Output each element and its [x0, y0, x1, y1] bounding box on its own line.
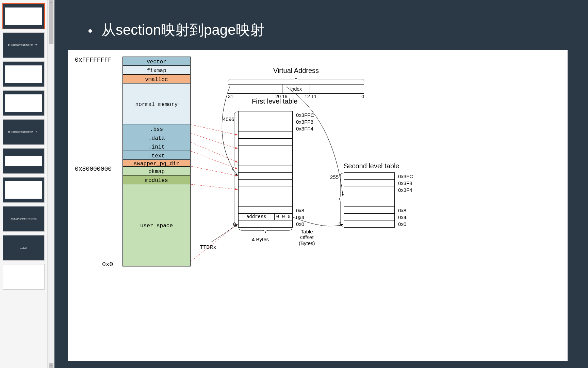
slt-off: 0x3FC [398, 173, 413, 179]
slide-thumb-7[interactable] [3, 177, 45, 203]
thumbnail-scrollbar[interactable]: ▴ ▾ [48, 0, 54, 368]
mem-swapper_pg_dir: swapper_pg_dir [123, 160, 190, 167]
slide-canvas: 从section映射到page映射 0xFFFFFFFF 0x80000000 … [54, 0, 588, 368]
slide-thumbnail-panel[interactable]: 24 二级页表的创建过程分析（中） 25 二级页表的创建过程分析（下） 26 虚… [0, 0, 48, 368]
slt-title: Second level table [344, 162, 399, 170]
slide-thumb-4[interactable] [3, 90, 45, 116]
flt-title: First level table [252, 97, 298, 105]
first-level-table: address0 0 0 [238, 111, 293, 228]
va-seg-0 [228, 85, 282, 93]
flt-off: 0x3FFC [296, 112, 314, 118]
mem-vmalloc: vmalloc [123, 75, 190, 83]
addr-bottom: 0x0 [102, 261, 113, 268]
thumb-label: 26 虚拟内存管理：vmalloc区 [11, 217, 37, 220]
svg-line-0 [191, 125, 238, 135]
flt-off: 0x0 [296, 221, 304, 227]
mem-vector: vector [123, 57, 190, 66]
svg-line-2 [191, 142, 238, 162]
bracket-icon [228, 78, 364, 82]
slide-thumb-1[interactable] [3, 3, 45, 29]
mem--data: .data [123, 133, 190, 142]
scroll-thumb[interactable] [49, 3, 53, 44]
second-level-table [344, 172, 395, 228]
va-seg-index: Index [282, 85, 310, 93]
mem--text: .text [123, 151, 190, 160]
memory-diagram: 0xFFFFFFFF 0x80000000 0x0 vectorfixmapvm… [68, 50, 568, 361]
slide-thumb-5[interactable]: 25 二级页表的创建过程分析（下） [3, 119, 45, 145]
slt-off: 0x4 [398, 214, 406, 220]
mem-normal-memory: normal memory [123, 83, 190, 124]
addr-mid: 0x80000000 [75, 166, 112, 172]
slide-thumb-2[interactable]: 24 二级页表的创建过程分析（中） [3, 32, 45, 58]
virtual-address-box: Virtual Address Index 31 20 19 12 11 0 [228, 67, 364, 99]
flt-bytes: 4 Bytes [252, 236, 269, 242]
svg-line-4 [191, 166, 238, 176]
title-text: 从section映射到page映射 [101, 22, 264, 38]
slt-off: 0x3F8 [398, 180, 412, 186]
thumb-label: vmalloc区 [20, 247, 28, 249]
va-title: Virtual Address [228, 67, 364, 75]
memory-map-column: vectorfixmapvmallocnormal memory.bss.dat… [122, 57, 191, 266]
svg-line-3 [191, 151, 238, 169]
slide-title: 从section映射到page映射 [88, 20, 574, 40]
thumb-label: 25 二级页表的创建过程分析（下） [8, 131, 39, 134]
flt-count: 4096 [223, 116, 234, 122]
svg-line-5 [191, 184, 238, 189]
slt-off: 0x8 [398, 208, 406, 213]
mem-pkmap: pkmap [123, 167, 190, 175]
mem-modules: modules [123, 175, 190, 184]
svg-line-1 [191, 134, 238, 149]
va-seg-2 [310, 85, 364, 93]
scroll-down-icon[interactable]: ▾ [49, 363, 53, 368]
ttbr-label: TTBRx [200, 244, 216, 250]
flt-zero: 0 [233, 221, 236, 227]
slt-off: 0x0 [398, 221, 406, 227]
mem--init: .init [123, 142, 190, 151]
slide-thumb-8[interactable]: 26 虚拟内存管理：vmalloc区 [3, 206, 45, 232]
svg-line-6 [191, 224, 238, 261]
flt-off: 0x4 [296, 214, 304, 220]
slt-off: 0x3F4 [398, 187, 412, 193]
flt-off: 0x8 [296, 208, 304, 213]
addr-top: 0xFFFFFFFF [75, 57, 112, 63]
flt-off: 0x3FF8 [296, 119, 313, 125]
flt-off: 0x3FF4 [296, 126, 313, 132]
slide-thumb-3[interactable] [3, 61, 45, 87]
thumb-label: 24 二级页表的创建过程分析（中） [8, 44, 39, 47]
slt-count: 255 [330, 174, 339, 180]
flt-offset-label: Table Offset (Bytes) [299, 229, 315, 246]
slide-thumb-10[interactable] [3, 264, 45, 290]
mem-fixmap: fixmap [123, 66, 190, 75]
va-bit: 11 [311, 94, 317, 99]
bullet-icon [88, 29, 92, 33]
slt-zero: 0 [339, 221, 341, 227]
mem-user-space: user space [123, 184, 190, 266]
slide-thumb-6[interactable] [3, 148, 45, 174]
va-bit: 0 [316, 94, 364, 99]
slide-thumb-9[interactable]: vmalloc区 [3, 235, 45, 261]
mem--bss: .bss [123, 124, 190, 133]
